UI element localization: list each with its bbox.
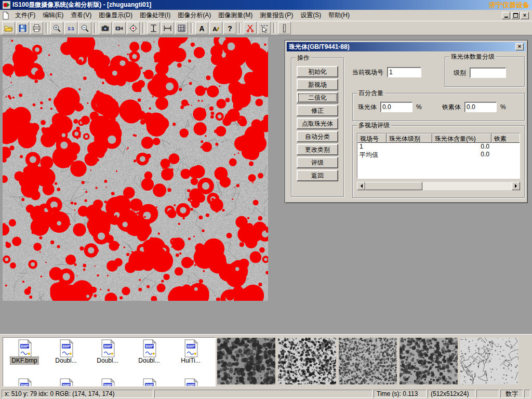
edit-annotation-icon[interactable]: A xyxy=(209,22,222,34)
menu-item-9[interactable]: 帮助(H) xyxy=(325,10,353,21)
video-icon[interactable] xyxy=(113,22,126,34)
op-button-2[interactable]: 二值化 xyxy=(297,92,338,103)
actual-size-icon[interactable]: 1:1 xyxy=(64,22,77,34)
menu-item-5[interactable]: 图像分析(A) xyxy=(174,10,215,21)
current-field-row: 当前视场号 xyxy=(352,67,421,77)
minimize-icon xyxy=(504,17,508,18)
table-cell xyxy=(387,143,432,151)
scroll-track[interactable] xyxy=(365,182,512,190)
toolbar-separator xyxy=(142,23,144,33)
menu-item-4[interactable]: 图像处理(I) xyxy=(136,10,174,21)
table-row[interactable]: 10.0 xyxy=(357,143,520,151)
bottom-panel: BMPDKF.bmpBMPDoubl...BMPDoubl...BMPDoubl… xyxy=(0,334,532,389)
table-row[interactable]: 平均值0.0 xyxy=(357,151,520,158)
scroll-left-button[interactable] xyxy=(357,182,365,190)
mdi-child-doc-icon[interactable] xyxy=(2,11,10,20)
zoom-out-icon[interactable] xyxy=(78,22,91,34)
op-button-7[interactable]: 评级 xyxy=(297,157,338,168)
status-mode: 数字 xyxy=(500,390,523,398)
thumbnail-2[interactable] xyxy=(278,338,336,384)
bmp-file-icon: BMP xyxy=(58,339,75,357)
table-header-cell-2[interactable]: 珠光体含量(%) xyxy=(432,134,491,143)
text-annotation-icon[interactable]: A xyxy=(195,22,208,34)
multi-field-table: 视场号珠光体级别珠光体含量(%)铁素 10.0平均值0.0 xyxy=(357,133,520,179)
ferrite-percent-row: 铁素体 % xyxy=(442,102,506,112)
op-button-0[interactable]: 初始化 xyxy=(297,66,338,77)
table-cell: 0.0 xyxy=(432,151,491,158)
file-item[interactable]: BMP xyxy=(129,378,169,387)
capture-icon[interactable] xyxy=(127,22,140,34)
file-item[interactable]: BMP xyxy=(88,378,127,387)
scroll-right-button[interactable] xyxy=(512,182,520,190)
file-item[interactable]: BMP xyxy=(46,378,86,387)
table-header-cell-3[interactable]: 铁素 xyxy=(491,134,520,143)
scroll-thumb[interactable] xyxy=(365,182,422,190)
menu-item-8[interactable]: 设置(S) xyxy=(297,10,325,21)
pearlite-percent-input[interactable] xyxy=(380,102,413,112)
status-cursor-info: x: 510 y: 79 idx: 0 RGB: (174, 174, 174) xyxy=(2,390,153,398)
thumbnail-1[interactable] xyxy=(217,338,275,384)
dialog-titlebar[interactable]: 珠光体(GB/T9441-88) × xyxy=(287,42,526,51)
close-icon: × xyxy=(523,13,526,18)
file-item[interactable]: BMPDoubl... xyxy=(129,339,169,364)
mdi-window-controls: × xyxy=(502,12,529,19)
bmp-file-icon: BMP xyxy=(182,378,200,387)
measure-grid-icon[interactable] xyxy=(175,22,188,34)
pointer-grid-icon[interactable] xyxy=(258,22,271,34)
menu-item-6[interactable]: 图像测量(M) xyxy=(215,10,256,21)
op-button-6[interactable]: 更改类别 xyxy=(297,144,338,155)
bmp-file-icon: BMP xyxy=(182,339,200,357)
file-item[interactable]: BMP xyxy=(5,378,44,387)
menu-item-0[interactable]: 文件(F) xyxy=(11,10,39,21)
table-hscrollbar[interactable] xyxy=(357,182,520,190)
status-spacer xyxy=(154,390,373,398)
pearlite-dialog: 珠光体(GB/T9441-88) × 操作 初始化新视场二值化修正点取珠光体自动… xyxy=(285,40,528,203)
table-cell: 平均值 xyxy=(357,151,387,158)
ferrite-percent-input[interactable] xyxy=(464,102,497,112)
file-item[interactable]: BMP xyxy=(171,378,210,387)
grade-input[interactable] xyxy=(470,68,506,78)
svg-text:BMP: BMP xyxy=(187,383,195,387)
mdi-minimize-button[interactable] xyxy=(502,12,510,19)
print-icon[interactable] xyxy=(30,22,43,34)
dialog-close-button[interactable]: × xyxy=(515,43,524,50)
mdi-close-button[interactable]: × xyxy=(521,12,529,19)
help-icon[interactable]: ? xyxy=(223,22,236,34)
measure-horizontal-icon[interactable] xyxy=(161,22,174,34)
open-file-icon[interactable] xyxy=(2,22,15,34)
micrograph-image[interactable] xyxy=(3,37,268,301)
ruler-icon[interactable] xyxy=(278,22,291,34)
multi-table-header: 视场号珠光体级别珠光体含量(%)铁素 xyxy=(357,134,520,143)
op-button-5[interactable]: 自动分类 xyxy=(297,131,338,142)
file-item[interactable]: BMPDoubl... xyxy=(46,339,86,364)
cut-icon[interactable] xyxy=(244,22,257,34)
op-button-4[interactable]: 点取珠光体 xyxy=(297,118,338,129)
file-item[interactable]: BMPDoubl... xyxy=(88,339,127,364)
current-field-input[interactable] xyxy=(387,67,421,77)
measure-vertical-icon[interactable] xyxy=(147,22,160,34)
file-item[interactable]: BMPDKF.bmp xyxy=(5,339,44,364)
save-icon[interactable] xyxy=(16,22,29,34)
grade-group-label: 珠光体数量分级 xyxy=(449,53,496,60)
op-button-1[interactable]: 新视场 xyxy=(297,79,338,90)
svg-text:BMP: BMP xyxy=(62,344,70,348)
table-header-cell-1[interactable]: 珠光体级别 xyxy=(387,134,432,143)
table-header-cell-0[interactable]: 视场号 xyxy=(357,134,387,143)
grade-field-label: 级别 xyxy=(454,69,466,77)
thumbnail-4[interactable] xyxy=(400,338,458,384)
svg-text:1:1: 1:1 xyxy=(68,26,74,31)
thumbnail-5[interactable] xyxy=(460,338,518,384)
file-item[interactable]: BMPHuiTi... xyxy=(171,339,210,364)
op-button-3[interactable]: 修正 xyxy=(297,105,338,116)
camera-icon[interactable] xyxy=(99,22,112,34)
thumbnail-3[interactable] xyxy=(339,338,397,384)
toolbar-separator xyxy=(191,23,193,33)
op-button-8[interactable]: 返回 xyxy=(297,170,338,181)
titlebar: IS100显微摄像系统(金相分析版) - [zhuguangti01] 济宁仪器… xyxy=(0,0,532,10)
menu-item-3[interactable]: 图像显示(D) xyxy=(95,10,136,21)
menu-item-7[interactable]: 测量报告(P) xyxy=(256,10,297,21)
zoom-in-icon[interactable] xyxy=(50,22,63,34)
mdi-restore-button[interactable] xyxy=(511,12,520,19)
menu-item-2[interactable]: 查看(V) xyxy=(67,10,95,21)
menu-item-1[interactable]: 编辑(E) xyxy=(39,10,67,21)
